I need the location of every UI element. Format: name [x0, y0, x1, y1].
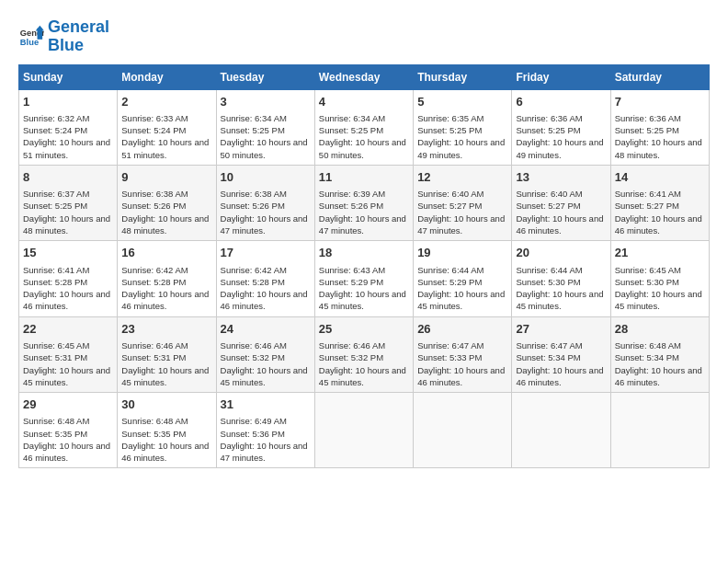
- day-number: 26: [417, 321, 507, 338]
- sunset-text: Sunset: 5:28 PM: [121, 277, 186, 287]
- sunset-text: Sunset: 5:26 PM: [319, 201, 383, 211]
- sunset-text: Sunset: 5:33 PM: [417, 352, 482, 362]
- day-number: 8: [23, 169, 113, 186]
- daylight-label: Daylight: 10 hours and 47 minutes.: [319, 213, 406, 236]
- day-cell: 27Sunrise: 6:47 AMSunset: 5:34 PMDayligh…: [512, 316, 610, 392]
- sunset-text: Sunset: 5:28 PM: [23, 277, 87, 287]
- week-row-4: 22Sunrise: 6:45 AMSunset: 5:31 PMDayligh…: [19, 316, 710, 392]
- week-row-2: 8Sunrise: 6:37 AMSunset: 5:25 PMDaylight…: [19, 165, 710, 240]
- day-cell: 30Sunrise: 6:48 AMSunset: 5:35 PMDayligh…: [118, 393, 216, 468]
- sunrise-text: Sunrise: 6:34 AM: [221, 113, 287, 123]
- daylight-label: Daylight: 10 hours and 47 minutes.: [221, 213, 308, 236]
- sunrise-text: Sunrise: 6:38 AM: [221, 189, 287, 199]
- daylight-label: Daylight: 10 hours and 46 minutes.: [121, 289, 209, 311]
- week-row-1: 1Sunrise: 6:32 AMSunset: 5:24 PMDaylight…: [19, 89, 710, 165]
- daylight-label: Daylight: 10 hours and 45 minutes.: [319, 289, 406, 311]
- day-cell: 6Sunrise: 6:36 AMSunset: 5:25 PMDaylight…: [512, 89, 610, 165]
- sunrise-text: Sunrise: 6:37 AM: [23, 189, 89, 199]
- sunset-text: Sunset: 5:32 PM: [319, 352, 383, 362]
- sunrise-text: Sunrise: 6:48 AM: [121, 416, 188, 426]
- sunrise-text: Sunrise: 6:42 AM: [121, 265, 188, 275]
- svg-text:Blue: Blue: [20, 38, 39, 47]
- daylight-label: Daylight: 10 hours and 48 minutes.: [121, 213, 209, 236]
- sunrise-text: Sunrise: 6:33 AM: [121, 113, 188, 123]
- day-cell: [610, 393, 709, 468]
- daylight-label: Daylight: 10 hours and 46 minutes.: [516, 213, 603, 236]
- sunrise-text: Sunrise: 6:45 AM: [615, 265, 681, 275]
- day-header-tuesday: Tuesday: [216, 64, 314, 89]
- sunset-text: Sunset: 5:24 PM: [23, 125, 87, 135]
- day-cell: 9Sunrise: 6:38 AMSunset: 5:26 PMDaylight…: [118, 165, 216, 240]
- day-number: 9: [121, 169, 211, 186]
- logo-text: GeneralBlue: [48, 18, 109, 55]
- sunrise-text: Sunrise: 6:36 AM: [615, 113, 681, 123]
- day-number: 3: [221, 94, 311, 110]
- day-number: 7: [615, 94, 705, 110]
- day-number: 13: [516, 169, 606, 186]
- sunrise-text: Sunrise: 6:32 AM: [23, 113, 89, 123]
- daylight-label: Daylight: 10 hours and 50 minutes.: [319, 137, 406, 159]
- sunrise-text: Sunrise: 6:46 AM: [319, 340, 385, 350]
- day-cell: 24Sunrise: 6:46 AMSunset: 5:32 PMDayligh…: [216, 316, 314, 392]
- day-number: 28: [615, 321, 705, 338]
- day-cell: 29Sunrise: 6:48 AMSunset: 5:35 PMDayligh…: [19, 393, 118, 468]
- day-number: 17: [221, 245, 311, 261]
- sunset-text: Sunset: 5:30 PM: [516, 277, 580, 287]
- sunrise-text: Sunrise: 6:45 AM: [23, 340, 89, 350]
- day-cell: 17Sunrise: 6:42 AMSunset: 5:28 PMDayligh…: [216, 241, 314, 316]
- sunset-text: Sunset: 5:27 PM: [516, 201, 580, 211]
- day-header-thursday: Thursday: [414, 64, 512, 89]
- sunrise-text: Sunrise: 6:48 AM: [23, 416, 89, 426]
- sunset-text: Sunset: 5:35 PM: [121, 429, 186, 439]
- day-number: 23: [121, 321, 211, 338]
- sunset-text: Sunset: 5:32 PM: [221, 352, 285, 362]
- sunrise-text: Sunrise: 6:36 AM: [516, 113, 582, 123]
- daylight-label: Daylight: 10 hours and 46 minutes.: [615, 365, 702, 387]
- day-number: 11: [319, 169, 409, 186]
- calendar-table: SundayMondayTuesdayWednesdayThursdayFrid…: [18, 64, 710, 469]
- sunrise-text: Sunrise: 6:41 AM: [615, 189, 681, 199]
- day-cell: 20Sunrise: 6:44 AMSunset: 5:30 PMDayligh…: [512, 241, 610, 316]
- day-cell: 2Sunrise: 6:33 AMSunset: 5:24 PMDaylight…: [118, 89, 216, 165]
- daylight-label: Daylight: 10 hours and 46 minutes.: [23, 441, 110, 463]
- day-number: 31: [221, 396, 311, 413]
- day-header-monday: Monday: [118, 64, 216, 89]
- daylight-label: Daylight: 10 hours and 48 minutes.: [615, 137, 702, 159]
- day-cell: 14Sunrise: 6:41 AMSunset: 5:27 PMDayligh…: [610, 165, 709, 240]
- sunset-text: Sunset: 5:27 PM: [615, 201, 679, 211]
- sunset-text: Sunset: 5:25 PM: [221, 125, 285, 135]
- sunset-text: Sunset: 5:31 PM: [23, 352, 87, 362]
- day-cell: 26Sunrise: 6:47 AMSunset: 5:33 PMDayligh…: [414, 316, 512, 392]
- sunrise-text: Sunrise: 6:41 AM: [23, 265, 89, 275]
- sunrise-text: Sunrise: 6:43 AM: [319, 265, 385, 275]
- sunset-text: Sunset: 5:29 PM: [319, 277, 383, 287]
- day-cell: 1Sunrise: 6:32 AMSunset: 5:24 PMDaylight…: [19, 89, 118, 165]
- sunrise-text: Sunrise: 6:44 AM: [516, 265, 582, 275]
- day-cell: 8Sunrise: 6:37 AMSunset: 5:25 PMDaylight…: [19, 165, 118, 240]
- daylight-label: Daylight: 10 hours and 45 minutes.: [615, 289, 702, 311]
- day-cell: 21Sunrise: 6:45 AMSunset: 5:30 PMDayligh…: [610, 241, 709, 316]
- sunset-text: Sunset: 5:26 PM: [121, 201, 186, 211]
- day-cell: [512, 393, 610, 468]
- week-row-3: 15Sunrise: 6:41 AMSunset: 5:28 PMDayligh…: [19, 241, 710, 316]
- daylight-label: Daylight: 10 hours and 48 minutes.: [23, 213, 110, 236]
- day-cell: 4Sunrise: 6:34 AMSunset: 5:25 PMDaylight…: [314, 89, 413, 165]
- day-number: 1: [23, 94, 113, 110]
- sunset-text: Sunset: 5:26 PM: [221, 201, 285, 211]
- sunrise-text: Sunrise: 6:46 AM: [221, 340, 287, 350]
- day-number: 6: [516, 94, 606, 110]
- day-number: 2: [121, 94, 211, 110]
- day-number: 25: [319, 321, 409, 338]
- sunrise-text: Sunrise: 6:40 AM: [516, 189, 582, 199]
- page-header: General Blue GeneralBlue: [18, 18, 710, 55]
- sunset-text: Sunset: 5:25 PM: [319, 125, 383, 135]
- day-number: 18: [319, 245, 409, 261]
- day-cell: 16Sunrise: 6:42 AMSunset: 5:28 PMDayligh…: [118, 241, 216, 316]
- day-number: 21: [615, 245, 705, 261]
- day-number: 16: [121, 245, 211, 261]
- day-cell: 12Sunrise: 6:40 AMSunset: 5:27 PMDayligh…: [414, 165, 512, 240]
- day-cell: [414, 393, 512, 468]
- daylight-label: Daylight: 10 hours and 45 minutes.: [319, 365, 406, 387]
- day-number: 30: [121, 396, 211, 413]
- day-cell: 23Sunrise: 6:46 AMSunset: 5:31 PMDayligh…: [118, 316, 216, 392]
